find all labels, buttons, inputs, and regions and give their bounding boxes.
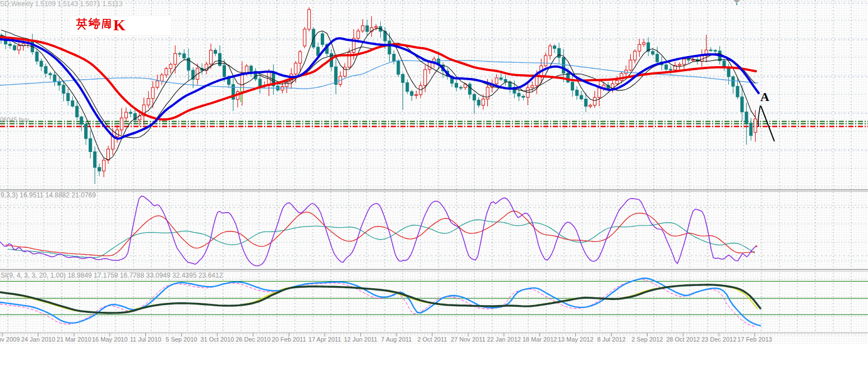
svg-text:31 Oct 2010: 31 Oct 2010 [201,336,234,343]
svg-text:12 Jun 2011: 12 Jun 2011 [344,336,377,343]
svg-text:28 Oct 2012: 28 Oct 2012 [666,336,700,343]
svg-text:17 Feb 2013: 17 Feb 2013 [737,336,772,343]
svg-text:K: K [113,16,126,34]
svg-text:2 Oct 2011: 2 Oct 2011 [417,336,447,343]
svg-text:5 Sep 2010: 5 Sep 2010 [165,336,197,343]
svg-text:06045 buy: 06045 buy [0,116,29,123]
svg-text:16 May 2010: 16 May 2010 [92,336,128,343]
svg-text:2 Sep 2012: 2 Sep 2012 [631,336,663,343]
svg-text:22 Jan 2012: 22 Jan 2012 [487,336,521,343]
svg-text:23 Dec 2012: 23 Dec 2012 [701,336,736,343]
svg-text:11 Jul 2010: 11 Jul 2010 [130,336,161,343]
svg-text:24 Jan 2010: 24 Jan 2010 [21,336,56,343]
svg-text:27 Nov 2011: 27 Nov 2011 [451,336,486,343]
svg-text:SI(9, 4, 3, 3, 20, 1.00) 18.98: SI(9, 4, 3, 3, 20, 1.00) 18.9849 17.1759… [1,271,223,279]
svg-text:17 Apr 2011: 17 Apr 2011 [308,336,341,343]
svg-text:7 Aug 2011: 7 Aug 2011 [381,336,412,343]
svg-text:26 Dec 2010: 26 Dec 2010 [236,336,270,343]
svg-text:20 Feb 2011: 20 Feb 2011 [272,336,306,343]
svg-text:A: A [760,90,769,104]
svg-text:9,3,3) 16.9511 14.8882 21.0769: 9,3,3) 16.9511 14.8882 21.0769 [1,191,96,199]
svg-text:8 Jul 2012: 8 Jul 2012 [597,336,626,343]
svg-text:13 May 2012: 13 May 2012 [558,336,594,343]
svg-text:29 Nov 2009: 29 Nov 2009 [0,336,20,343]
svg-text:SD,Weekly 1.5109 1.5143 1.507: SD,Weekly 1.5109 1.5143 1.5071 1.5113 [0,0,123,8]
svg-text:21 Mar 2010: 21 Mar 2010 [57,336,91,343]
svg-text:18 Mar 2012: 18 Mar 2012 [523,336,557,343]
